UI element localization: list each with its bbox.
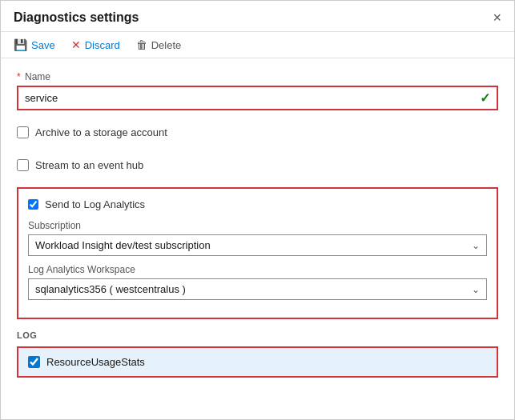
log-section-label: LOG — [17, 330, 498, 340]
discard-button[interactable]: ✕ Discard — [71, 38, 120, 51]
save-button[interactable]: 💾 Save — [14, 38, 55, 51]
workspace-dropdown[interactable]: sqlanalytics356 ( westcentralus ) ⌄ — [28, 278, 487, 300]
resource-usage-stats-checkbox[interactable] — [28, 356, 40, 368]
log-analytics-checkbox-row: Send to Log Analytics — [28, 198, 487, 210]
archive-label: Archive to a storage account — [35, 126, 167, 138]
log-section: LOG ResourceUsageStats — [17, 330, 498, 378]
name-input[interactable] — [25, 92, 480, 104]
dialog-header: Diagnostics settings × — [1, 1, 514, 32]
stream-label: Stream to an event hub — [35, 159, 143, 171]
subscription-dropdown[interactable]: Workload Insight dev/test subscription ⌄ — [28, 234, 487, 256]
log-box: ResourceUsageStats — [17, 346, 498, 378]
diagnostics-settings-dialog: Diagnostics settings × 💾 Save ✕ Discard … — [0, 0, 515, 420]
discard-label: Discard — [85, 39, 120, 51]
dialog-title: Diagnostics settings — [14, 10, 139, 25]
log-row: ResourceUsageStats — [18, 348, 497, 376]
subscription-field: Subscription Workload Insight dev/test s… — [28, 220, 487, 256]
save-label: Save — [31, 39, 55, 51]
log-analytics-label: Send to Log Analytics — [45, 198, 145, 210]
archive-row: Archive to a storage account — [17, 122, 498, 143]
subscription-label: Subscription — [28, 220, 487, 231]
name-input-wrapper: ✓ — [17, 86, 498, 110]
name-field-group: * Name ✓ — [17, 71, 498, 110]
toolbar: 💾 Save ✕ Discard 🗑 Delete — [1, 32, 514, 58]
workspace-value: sqlanalytics356 ( westcentralus ) — [35, 283, 186, 295]
save-icon: 💾 — [14, 38, 27, 51]
content-area: * Name ✓ Archive to a storage account St… — [1, 58, 514, 419]
name-valid-icon: ✓ — [480, 90, 490, 106]
delete-button[interactable]: 🗑 Delete — [136, 38, 182, 51]
workspace-label: Log Analytics Workspace — [28, 264, 487, 275]
close-button[interactable]: × — [493, 10, 501, 25]
resource-usage-stats-label: ResourceUsageStats — [46, 356, 145, 368]
delete-icon: 🗑 — [136, 38, 147, 51]
log-analytics-checkbox[interactable] — [28, 199, 38, 210]
discard-icon: ✕ — [71, 38, 81, 51]
log-analytics-section: Send to Log Analytics Subscription Workl… — [17, 187, 498, 319]
delete-label: Delete — [151, 39, 182, 51]
stream-checkbox[interactable] — [17, 159, 29, 171]
archive-checkbox[interactable] — [17, 126, 29, 138]
name-label: * Name — [17, 71, 498, 82]
required-star: * — [17, 71, 21, 82]
workspace-field: Log Analytics Workspace sqlanalytics356 … — [28, 264, 487, 300]
workspace-chevron-icon: ⌄ — [472, 284, 480, 295]
subscription-value: Workload Insight dev/test subscription — [35, 239, 211, 251]
subscription-chevron-icon: ⌄ — [472, 240, 480, 251]
stream-row: Stream to an event hub — [17, 154, 498, 176]
